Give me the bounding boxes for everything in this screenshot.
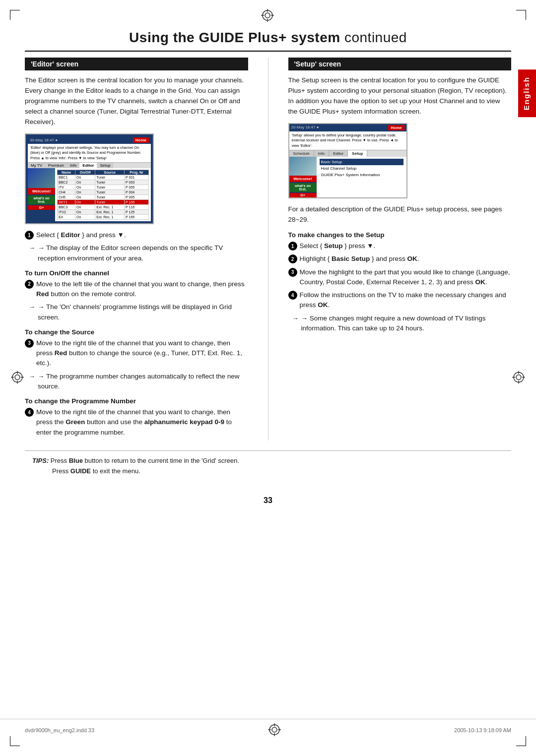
setup-welcome: Welcome! — [289, 176, 317, 182]
subsection-change-source: To change the Source — [25, 328, 248, 336]
page-container: English Using the GUIDE Plus+ system con… — [0, 0, 536, 756]
setup-step-4: 4 Follow the instructions on the TV to m… — [288, 290, 512, 311]
tips-box: TIPS: Press Blue button to return to the… — [25, 450, 511, 482]
footer-left: dvdr9000h_eu_eng2.indd 33 — [25, 727, 94, 733]
target-icon-right — [512, 371, 525, 385]
col-onoff: On/Off — [75, 170, 95, 175]
setup-tab-editor: Editor — [329, 150, 348, 157]
svg-point-19 — [272, 727, 277, 732]
step-4-number: 4 — [25, 408, 34, 417]
setup-step-4-text: Follow the instructions on the TV to mak… — [300, 290, 512, 311]
col-name: Name — [58, 170, 75, 175]
crosshair-icon — [261, 9, 274, 22]
crosshair-icon-right — [512, 371, 525, 384]
setup-notice-text: 'Setup' allows you to define your langua… — [289, 131, 406, 151]
screen-info-text: 'Editor' displays your channel settings.… — [28, 144, 151, 163]
title-divider — [25, 51, 511, 52]
step-2-item: 2 Move to the left tile of the channel t… — [25, 279, 248, 300]
setup-step-4-num: 4 — [288, 291, 297, 300]
subsection-make-changes: To make changes to the Setup — [288, 231, 512, 239]
screen-left-panel: Welcome! what's on first. G+ — [28, 168, 55, 221]
editor-screen-mockup: 30-May 18:47 ● Home 'Editor' displays yo… — [25, 133, 154, 225]
arrow-icon-2: → — [29, 302, 35, 312]
setup-tab-setup: Setup — [348, 150, 367, 157]
screen-thumbnail — [28, 168, 55, 188]
setup-step-4-arrow: → → Some changes might require a new dow… — [288, 314, 512, 334]
step-2-text: Move to the left tile of the channel tha… — [36, 279, 248, 300]
menu-item-system-info: GUIDE Plus+ System Information — [320, 172, 403, 178]
table-row: ITV2OnExt. Rec. 1P 125 — [58, 210, 149, 215]
setup-menu: Basic Setup Host Channel Setup GUIDE Plu… — [317, 157, 406, 197]
step-3-item: 3 Move to the right tile of the channel … — [25, 338, 248, 369]
step-1-item: 1 Select { Editor } and press ▼. — [25, 230, 248, 240]
tips-text2: button to return to the current time in … — [85, 457, 239, 464]
language-tab: English — [518, 69, 536, 117]
tips-text1: Press — [51, 457, 69, 464]
main-content: 'Editor' screen The Editor screen is the… — [0, 58, 536, 441]
setup-screen-header: 'Setup' screen — [288, 58, 512, 70]
table-row: ITVOnTunerP 005 — [58, 185, 149, 190]
step-1-arrow-text: → The display of the Editor screen depen… — [38, 243, 248, 263]
setup-step-3-text: Move the highlight to the part that you … — [300, 267, 512, 288]
step-1-text: Select { Editor } and press ▼. — [36, 230, 248, 240]
setup-whats-first: what's on first. — [289, 183, 317, 192]
step-2-number: 2 — [25, 280, 34, 289]
editor-screen-header: 'Editor' screen — [25, 58, 248, 70]
table-row: BBC2OnTunerP 003 — [58, 180, 149, 185]
screen-welcome-label: Welcome! — [28, 188, 55, 194]
footer-target-icon — [268, 723, 281, 737]
svg-point-7 — [15, 375, 20, 380]
step-4-text: Move to the right tile of the channel th… — [36, 407, 248, 438]
table-row: BBC1OnTunerP 001 — [58, 175, 149, 180]
tab-setup: Setup — [97, 163, 113, 168]
step-1-number: 1 — [25, 231, 34, 240]
setup-screen-date: 20-May 18:47 ● — [291, 125, 319, 130]
screen-tabs: My TV Premium Info Editor Setup — [28, 163, 151, 168]
step-3-arrow: → → The programme number changes automat… — [25, 372, 248, 392]
table-row-highlight: SKY1OnTunerP 106 — [58, 200, 149, 205]
corner-mark-tl — [10, 10, 20, 20]
setup-tab-info: Info — [314, 150, 329, 157]
table-row: BBC3OnExt. Rec. 1P 116 — [58, 205, 149, 210]
right-column: 'Setup' screen The Setup screen is the c… — [283, 58, 512, 441]
setup-tabs: Schedule Info Editor Setup — [289, 150, 406, 157]
crosshair-icon-bottom — [268, 723, 281, 736]
setup-step-3: 3 Move the highlight to the part that yo… — [288, 267, 512, 288]
setup-step-3-num: 3 — [288, 268, 297, 277]
screen-right-panel: Name On/Off Source Prog. Nr BBC1OnTunerP… — [55, 168, 151, 221]
setup-home-btn: Home — [388, 125, 404, 130]
screen-body: Welcome! what's on first. G+ Name On/Off… — [28, 168, 151, 221]
tips-blue-word: Blue — [69, 457, 83, 464]
bottom-bar: dvdr9000h_eu_eng2.indd 33 2005-10-13 9:1… — [0, 719, 536, 741]
setup-thumbnail — [289, 157, 317, 176]
column-divider — [268, 58, 268, 441]
setup-step-1: 1 Select { Setup } press ▼. — [288, 241, 512, 251]
corner-mark-tr — [516, 10, 526, 20]
step-3-number: 3 — [25, 339, 34, 348]
footer-right: 2005-10-13 9:18:09 AM — [454, 727, 511, 733]
tips-label: TIPS: — [32, 457, 49, 464]
setup-step-2-text: Highlight { Basic Setup } and press OK. — [300, 254, 512, 264]
step-1-arrow: → → The display of the Editor screen dep… — [25, 243, 248, 263]
menu-item-basic-setup: Basic Setup — [320, 159, 403, 165]
setup-logo: G+ — [289, 193, 317, 197]
title-suffix: continued — [344, 30, 407, 45]
step-4-item: 4 Move to the right tile of the channel … — [25, 407, 248, 438]
step-2-arrow: → → The 'On' channels' programme listing… — [25, 302, 248, 322]
setup-screen-top: 20-May 18:47 ● Home — [289, 124, 406, 131]
title-main: Using the GUIDE Plus+ system — [129, 30, 340, 45]
setup-tab-schedule: Schedule — [289, 150, 314, 157]
setup-step-4-arrow-text: → Some changes might require a new downl… — [301, 314, 512, 334]
setup-left-panel: Welcome! what's on first. G+ — [289, 157, 317, 197]
subsection-change-prog-num: To change the Programme Number — [25, 397, 248, 405]
table-row: CH4OnTunerP 004 — [58, 190, 149, 195]
setup-body: Welcome! what's on first. G+ Basic Setup… — [289, 157, 406, 197]
step-3-text: Move to the right tile of the channel th… — [36, 338, 248, 369]
tab-premium: Premium — [45, 163, 67, 168]
setup-screen-mockup: 20-May 18:47 ● Home 'Setup' allows you t… — [288, 123, 407, 199]
target-icon-top — [261, 9, 275, 23]
setup-step-2-num: 2 — [288, 254, 297, 263]
channel-table: Name On/Off Source Prog. Nr BBC1OnTunerP… — [57, 170, 149, 220]
step-2-arrow-text: → The 'On' channels' programme listings … — [38, 302, 248, 322]
tips-text4: to exit the menu. — [93, 467, 140, 475]
